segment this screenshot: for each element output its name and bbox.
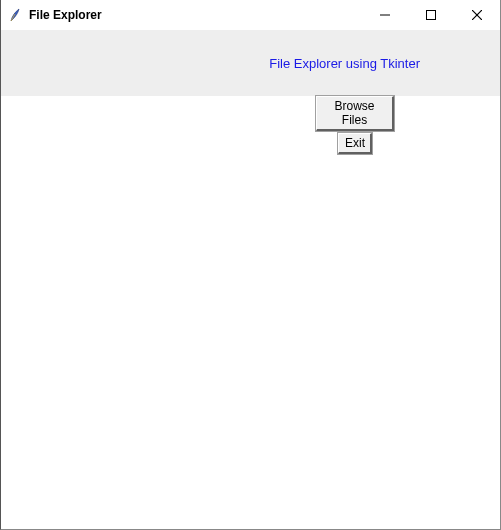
header-band: File Explorer using Tkinter [1, 30, 500, 96]
tk-feather-icon [7, 7, 23, 23]
maximize-button[interactable] [408, 0, 454, 30]
minimize-button[interactable] [362, 0, 408, 30]
svg-line-3 [472, 10, 482, 20]
window-title: File Explorer [29, 8, 102, 22]
window-titlebar: File Explorer [1, 0, 500, 30]
button-area: Browse Files Exit [316, 96, 394, 154]
svg-line-2 [472, 10, 482, 20]
svg-rect-1 [427, 11, 436, 20]
browse-files-button[interactable]: Browse Files [316, 96, 394, 131]
close-button[interactable] [454, 0, 500, 30]
header-label: File Explorer using Tkinter [269, 56, 420, 71]
window-controls [362, 0, 500, 30]
exit-button[interactable]: Exit [338, 133, 372, 154]
